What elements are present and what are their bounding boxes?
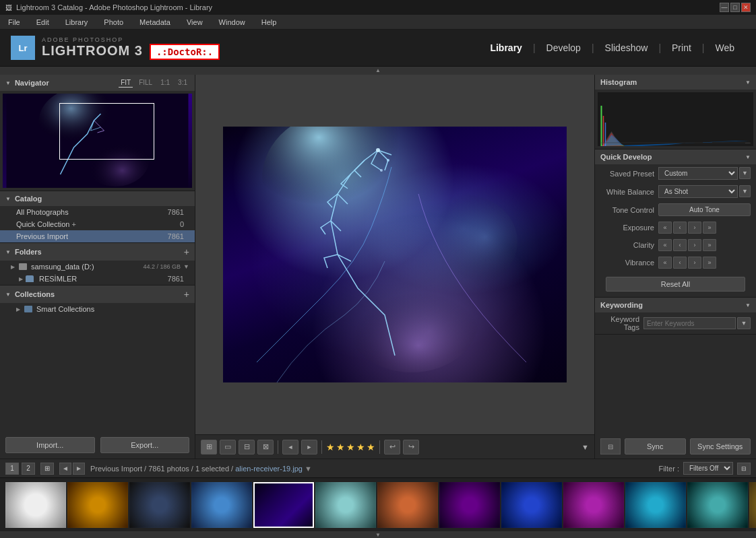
top-collapse-bar[interactable]: ▲	[0, 67, 756, 75]
filmstrip-thumb-6[interactable]	[315, 482, 376, 528]
view-compare-button[interactable]: ⊟	[239, 440, 255, 455]
vibrance-dec-large[interactable]: «	[658, 257, 672, 269]
navigator-preview[interactable]	[3, 94, 192, 188]
filmstrip-thumb-13[interactable]	[749, 482, 756, 528]
keyword-tags-input[interactable]	[643, 317, 736, 329]
vibrance-inc[interactable]: ›	[688, 257, 701, 269]
saved-preset-arrow[interactable]: ▼	[739, 167, 751, 179]
star-rating[interactable]: ★ ★ ★ ★ ★	[326, 442, 375, 452]
page-2-button[interactable]: 2	[22, 463, 35, 475]
menu-file[interactable]: File	[5, 17, 23, 28]
filmstrip-thumb-10[interactable]	[563, 482, 624, 528]
sync-settings-button[interactable]: Sync Settings	[690, 438, 751, 455]
vibrance-dec[interactable]: ‹	[673, 257, 687, 269]
quick-develop-header[interactable]: Quick Develop ▼	[595, 149, 756, 164]
export-button[interactable]: Export...	[100, 437, 190, 453]
rotate-back-button[interactable]: ↩	[384, 440, 400, 455]
nav-fwd-button[interactable]: ►	[73, 463, 85, 475]
star-2[interactable]: ★	[336, 442, 345, 452]
folders-add-button[interactable]: +	[184, 246, 189, 257]
main-image-area[interactable]	[195, 75, 594, 434]
clarity-dec-large[interactable]: «	[658, 239, 672, 251]
white-balance-select[interactable]: As Shot	[658, 185, 738, 198]
exposure-inc-large[interactable]: »	[703, 222, 716, 234]
sync-button[interactable]: Sync	[625, 438, 686, 455]
folders-header[interactable]: ▼ Folders +	[0, 243, 195, 261]
filter-select[interactable]: Filters Off	[683, 462, 733, 475]
filmstrip-thumb-11[interactable]	[625, 482, 686, 528]
current-file-link[interactable]: alien-receiver-19.jpg	[235, 465, 303, 473]
tab-develop[interactable]: Develop	[536, 37, 592, 59]
minimize-button[interactable]: —	[720, 3, 729, 12]
nav-fit[interactable]: FIT	[119, 78, 133, 88]
view-extra-left[interactable]: ◄	[282, 440, 298, 455]
close-button[interactable]: ✕	[741, 3, 751, 12]
keyword-tags-arrow[interactable]: ▼	[737, 317, 751, 329]
auto-tone-button[interactable]: Auto Tone	[658, 203, 751, 216]
toolbar-expand-arrow[interactable]: ▼	[581, 443, 589, 451]
tab-library[interactable]: Library	[479, 37, 532, 59]
histogram-header[interactable]: Histogram ▼	[595, 75, 756, 90]
filmstrip-thumb-3[interactable]	[129, 482, 190, 528]
filmstrip-thumb-9[interactable]	[501, 482, 562, 528]
status-path-arrow[interactable]: ▼	[305, 465, 312, 473]
menu-photo[interactable]: Photo	[101, 17, 126, 28]
menu-metadata[interactable]: Metadata	[137, 17, 173, 28]
menu-library[interactable]: Library	[63, 17, 91, 28]
filmstrip-thumb-8[interactable]	[439, 482, 500, 528]
filmstrip-thumb-5[interactable]	[253, 482, 314, 528]
nav-3to1[interactable]: 3:1	[176, 78, 189, 88]
filmstrip-thumb-12[interactable]	[687, 482, 748, 528]
filter-grid-icon[interactable]: ⊟	[737, 463, 751, 475]
menu-window[interactable]: Window	[216, 17, 248, 28]
menu-help[interactable]: Help	[259, 17, 280, 28]
star-1[interactable]: ★	[326, 442, 335, 452]
reset-all-button[interactable]: Reset All	[606, 277, 745, 292]
navigator-header[interactable]: ▼ Navigator FIT FILL 1:1 3:1	[0, 75, 195, 91]
catalog-header[interactable]: ▼ Catalog	[0, 191, 195, 206]
page-1-button[interactable]: 1	[5, 463, 19, 475]
catalog-all-photos[interactable]: All Photographs 7861	[0, 206, 195, 218]
nav-1to1[interactable]: 1:1	[158, 78, 172, 88]
nav-fill[interactable]: FILL	[137, 78, 154, 88]
collections-add-button[interactable]: +	[184, 289, 189, 300]
bottom-collapse-bar[interactable]: ▼	[0, 531, 756, 538]
nav-back-button[interactable]: ◄	[59, 463, 71, 475]
star-4[interactable]: ★	[356, 442, 365, 452]
clarity-inc[interactable]: ›	[688, 239, 701, 251]
catalog-quick-collection[interactable]: Quick Collection + 0	[0, 218, 195, 230]
maximize-button[interactable]: □	[730, 3, 740, 12]
view-grid-button[interactable]: ⊞	[201, 440, 217, 455]
exposure-dec[interactable]: ‹	[673, 222, 687, 234]
collections-header[interactable]: ▼ Collections +	[0, 285, 195, 303]
sync-icon-button[interactable]: ⊟	[600, 438, 621, 455]
view-survey-button[interactable]: ⊠	[257, 440, 274, 455]
folder-drive-item[interactable]: ▶ samsung_data (D:) 44.2 / 186 GB ▼	[0, 261, 195, 273]
filmstrip-thumb-1[interactable]	[5, 482, 66, 528]
menu-edit[interactable]: Edit	[34, 17, 52, 28]
keywording-header[interactable]: Keywording ▼	[595, 298, 756, 312]
grid-icon-button[interactable]: ⊞	[40, 463, 54, 475]
tab-slideshow[interactable]: Slideshow	[594, 37, 659, 59]
folder-resimler[interactable]: ▶ RESİMLER 7861	[0, 273, 195, 285]
catalog-previous-import[interactable]: Previous Import 7861	[0, 230, 195, 242]
vibrance-inc-large[interactable]: »	[703, 257, 716, 269]
saved-preset-select[interactable]: Custom	[658, 167, 738, 180]
import-button[interactable]: Import...	[5, 437, 95, 453]
smart-collections-item[interactable]: ▶ Smart Collections	[0, 303, 195, 315]
menu-view[interactable]: View	[184, 17, 206, 28]
filmstrip-thumb-7[interactable]	[377, 482, 438, 528]
white-balance-arrow[interactable]: ▼	[739, 185, 751, 197]
tab-web[interactable]: Web	[704, 37, 745, 59]
star-5[interactable]: ★	[367, 442, 375, 452]
filmstrip-thumb-4[interactable]	[191, 482, 252, 528]
exposure-dec-large[interactable]: «	[658, 222, 672, 234]
view-extra-right[interactable]: ►	[301, 440, 317, 455]
view-loupe-button[interactable]: ▭	[220, 440, 236, 455]
rotate-fwd-button[interactable]: ↪	[403, 440, 419, 455]
tab-print[interactable]: Print	[661, 37, 702, 59]
star-3[interactable]: ★	[346, 442, 355, 452]
clarity-dec[interactable]: ‹	[673, 239, 687, 251]
exposure-inc[interactable]: ›	[688, 222, 701, 234]
filmstrip-thumb-2[interactable]	[67, 482, 128, 528]
